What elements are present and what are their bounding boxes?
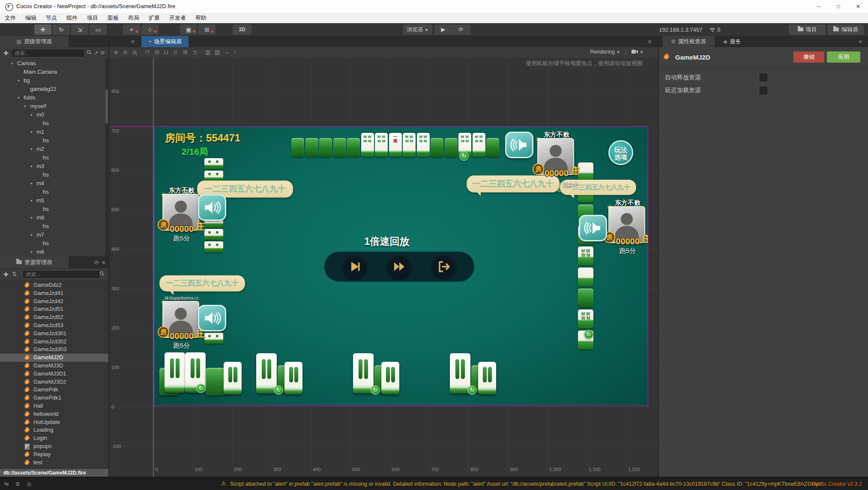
hierarchy-node[interactable]: hs bbox=[0, 239, 108, 248]
tab-services[interactable]: ◈服务 bbox=[715, 36, 749, 47]
asset-item[interactable]: GameMJ3D2 bbox=[0, 378, 108, 386]
add-asset-button[interactable]: ✚ bbox=[3, 271, 9, 278]
menu-item[interactable]: 面板 bbox=[103, 13, 123, 23]
move-tool-button[interactable]: ✚ bbox=[34, 24, 51, 35]
menu-item[interactable]: 开发者 bbox=[165, 13, 191, 23]
hierarchy-node[interactable]: ▾myself bbox=[0, 102, 108, 111]
hierarchy-node[interactable]: hs bbox=[0, 188, 108, 196]
align-bottom-icon[interactable]: ⊔ bbox=[164, 49, 168, 55]
replay-play-button[interactable] bbox=[342, 254, 367, 279]
preview-platform-dropdown[interactable]: 浏览器 ▼ bbox=[403, 24, 432, 35]
camera-icon[interactable] bbox=[632, 49, 640, 55]
3d-mode-button[interactable]: 3D bbox=[233, 24, 251, 35]
voice-speaker-icon[interactable] bbox=[579, 215, 607, 241]
locate-icon[interactable]: ↗ bbox=[94, 50, 99, 56]
refresh-icon[interactable]: ⟳ bbox=[100, 50, 105, 56]
align-hcenter-icon[interactable]: ⊞ bbox=[183, 49, 188, 55]
anchor-toggle-button[interactable]: ⊹ bbox=[141, 24, 159, 35]
rotate-tool-button[interactable]: ↻ bbox=[53, 24, 70, 35]
add-node-button[interactable]: ✚ bbox=[3, 50, 9, 57]
auto-release-checkbox[interactable] bbox=[760, 74, 767, 81]
expand-arrow-icon[interactable]: ▾ bbox=[30, 111, 33, 119]
asset-item[interactable]: GameDdz2 bbox=[0, 281, 108, 289]
revert-button[interactable]: 撤销 bbox=[793, 51, 824, 63]
play-button[interactable]: ▶ bbox=[434, 24, 452, 35]
asset-item[interactable]: GameJzd53 bbox=[0, 322, 108, 330]
grid-toggle-button[interactable]: ⊞ bbox=[198, 24, 216, 35]
expand-arrow-icon[interactable]: ▾ bbox=[18, 76, 20, 85]
sort-icon[interactable]: ⇅ bbox=[12, 271, 17, 277]
expand-arrow-icon[interactable]: ▾ bbox=[30, 231, 33, 239]
close-button[interactable]: ✕ bbox=[848, 0, 868, 13]
warning-message[interactable]: Script attached to "alert" in prefab "al… bbox=[230, 481, 823, 487]
log-list-icon[interactable]: ≣ bbox=[15, 481, 20, 487]
expand-arrow-icon[interactable]: ▾ bbox=[11, 59, 13, 68]
align-vcenter-icon[interactable]: ⊟ bbox=[155, 49, 159, 55]
asset-item[interactable]: GameJzd302 bbox=[0, 338, 108, 346]
asset-item[interactable]: GameJzd41 bbox=[0, 289, 108, 298]
open-project-button[interactable]: 项目 bbox=[789, 24, 826, 35]
asset-item[interactable]: Login bbox=[0, 434, 108, 442]
hierarchy-node[interactable]: ▾m4 bbox=[0, 179, 108, 188]
search-icon[interactable] bbox=[99, 271, 105, 277]
stretch-v-icon[interactable]: ↕ bbox=[233, 49, 236, 55]
refresh-button[interactable]: ⟳ bbox=[452, 24, 470, 35]
voice-speaker-icon[interactable] bbox=[198, 305, 226, 331]
player-right[interactable]: 东方不败 ✦ 房 庄 00000 跑5分 bbox=[606, 199, 648, 256]
align-left-icon[interactable]: ⊏ bbox=[174, 49, 178, 55]
apply-button[interactable]: 应用 bbox=[827, 51, 860, 63]
asset-item[interactable]: GameJzd52 bbox=[0, 313, 108, 322]
tab-hierarchy[interactable]: ▤层级管理器 bbox=[0, 36, 69, 47]
hierarchy-node[interactable]: hs bbox=[0, 171, 108, 179]
menu-item[interactable]: 文件 bbox=[0, 13, 21, 23]
hierarchy-node[interactable]: gamebg22 bbox=[0, 85, 108, 93]
hierarchy-node[interactable]: hs bbox=[0, 153, 108, 162]
hierarchy-node[interactable]: ▾m3 bbox=[0, 162, 108, 171]
player-bottom-left[interactable]: 移动appduoma.cc ✦ 房 庄 00000 跑5分 bbox=[160, 294, 203, 350]
expand-arrow-icon[interactable]: ▾ bbox=[30, 179, 33, 188]
hierarchy-node[interactable]: Main Camera bbox=[0, 68, 108, 76]
voice-speaker-icon[interactable] bbox=[198, 194, 226, 221]
expand-arrow-icon[interactable]: ▾ bbox=[30, 213, 33, 222]
distribute-h-icon[interactable]: ▥ bbox=[205, 49, 210, 55]
console-toggle-icon[interactable]: ⇆ bbox=[4, 481, 9, 487]
hierarchy-node[interactable]: ▾m6 bbox=[0, 248, 108, 256]
zoom-out-icon[interactable]: ⊖ bbox=[123, 49, 128, 55]
tab-inspector[interactable]: ⚙属性检查器 bbox=[662, 36, 715, 47]
scene-viewport[interactable]: 01002003004005006007008009001,0001,1001,… bbox=[109, 58, 658, 477]
menu-item[interactable]: 帮助 bbox=[191, 13, 211, 23]
scene-panel-menu-icon[interactable]: ≡ bbox=[131, 38, 135, 45]
asset-item[interactable]: helloworld bbox=[0, 410, 108, 418]
inspector-menu-icon[interactable]: ≡ bbox=[859, 38, 862, 45]
asset-item[interactable]: GamePdk1 bbox=[0, 394, 108, 402]
game-canvas-node[interactable]: 房间号：554471 2/16局 M WW MM WW M一萬M WW MM W… bbox=[154, 126, 648, 406]
hierarchy-node[interactable]: ▾m1 bbox=[0, 128, 108, 136]
scrollbar-thumb[interactable] bbox=[105, 89, 108, 123]
assets-search-input[interactable] bbox=[22, 270, 100, 279]
stretch-h-icon[interactable]: ↔ bbox=[224, 49, 230, 55]
expand-arrow-icon[interactable]: ▾ bbox=[30, 196, 33, 205]
asset-item[interactable]: HotUpdate bbox=[0, 418, 108, 427]
hierarchy-node[interactable]: hs bbox=[0, 222, 108, 231]
pivot-toggle-button[interactable]: ⌖ bbox=[123, 24, 140, 35]
asset-item[interactable]: popups bbox=[0, 442, 108, 451]
asset-item[interactable]: GameJzd42 bbox=[0, 298, 108, 306]
expand-arrow-icon[interactable]: ▾ bbox=[30, 162, 33, 171]
hierarchy-node[interactable]: ▾m2 bbox=[0, 145, 108, 153]
asset-item[interactable]: GameJzd51 bbox=[0, 305, 108, 313]
expand-arrow-icon[interactable]: ▾ bbox=[30, 145, 33, 153]
hierarchy-node[interactable]: ▾folds bbox=[0, 93, 108, 102]
hierarchy-node[interactable]: hs bbox=[0, 136, 108, 145]
expand-arrow-icon[interactable]: ▾ bbox=[18, 93, 20, 102]
asset-item[interactable]: Hall bbox=[0, 402, 108, 410]
search-icon[interactable] bbox=[87, 50, 92, 56]
game-options-button[interactable]: 玩法 选项 bbox=[608, 140, 633, 165]
zoom-in-icon[interactable]: ⊕ bbox=[114, 49, 118, 55]
menu-item[interactable]: 项目 bbox=[82, 13, 103, 23]
rendering-dropdown[interactable]: Rendering ▼ | ▼ bbox=[590, 49, 644, 55]
asset-item[interactable]: GameJzd301 bbox=[0, 330, 108, 338]
menu-item[interactable]: 组件 bbox=[62, 13, 82, 23]
hierarchy-scrollbar[interactable] bbox=[105, 59, 108, 256]
rect-tool-button[interactable]: ▭ bbox=[90, 24, 107, 35]
scene-panel-options-icon[interactable]: ≡ bbox=[648, 38, 651, 45]
